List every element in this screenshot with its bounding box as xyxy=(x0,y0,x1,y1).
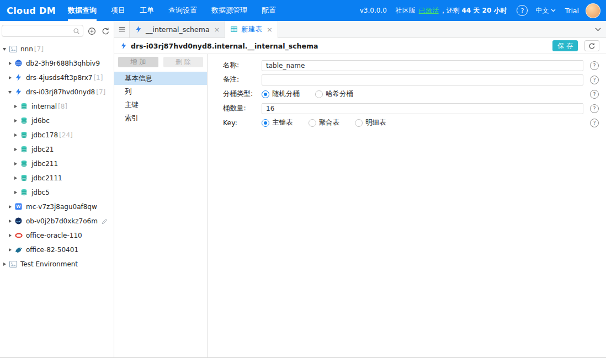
edit-pencil-icon[interactable] xyxy=(101,218,108,225)
add-datasource-icon[interactable] xyxy=(86,25,97,36)
bucket-type-label: 分桶类型: xyxy=(223,89,262,99)
field-help-icon[interactable]: ? xyxy=(590,76,599,84)
field-help-icon[interactable]: ? xyxy=(590,90,599,99)
field-help-icon[interactable]: ? xyxy=(590,104,599,113)
help-icon[interactable]: ? xyxy=(517,5,528,16)
expand-arrow-icon[interactable] xyxy=(12,128,19,142)
language-selector[interactable]: 中文 xyxy=(535,6,556,15)
tree-item-count: [24] xyxy=(59,131,73,139)
svg-text:W: W xyxy=(16,204,21,209)
menu-item-基本信息[interactable]: 基本信息 xyxy=(114,72,207,85)
radio-unchecked-icon[interactable] xyxy=(355,119,363,127)
expand-arrow-icon[interactable] xyxy=(7,243,13,257)
save-button[interactable]: 保 存 xyxy=(552,40,578,51)
delete-button[interactable]: 删 除 xyxy=(163,57,204,67)
tree-item-mc-v7z3j8agu0af8qw[interactable]: Wmc-v7z3j8agu0af8qw xyxy=(0,200,114,214)
radio-checked-icon[interactable] xyxy=(262,90,269,98)
tree-item-label: nnn xyxy=(20,45,33,53)
expand-arrow-icon[interactable] xyxy=(7,71,13,85)
tree-item-drs-4jusds4ft3p8rx7[interactable]: drs-4jusds4ft3p8rx7[1] xyxy=(0,71,114,85)
tree-item-jdbc5[interactable]: jdbc5 xyxy=(0,185,114,200)
collapse-arrow-icon[interactable] xyxy=(1,42,8,56)
menu-item-主键[interactable]: 主键 xyxy=(114,98,207,111)
key-type-option-明细表[interactable]: 明细表 xyxy=(355,118,386,127)
tree-item-nnn[interactable]: nnn[7] xyxy=(0,42,114,56)
nav-item-数据查询[interactable]: 数据查询 xyxy=(68,0,97,21)
tab-新建表[interactable]: 新建表× xyxy=(225,21,278,38)
comment-input[interactable] xyxy=(262,74,583,85)
tree-item-office-82-50401[interactable]: office-82-50401 xyxy=(0,243,114,257)
table-editor-sidebar: 增 加 删 除 基本信息列主键索引 xyxy=(114,54,208,357)
expand-arrow-icon[interactable] xyxy=(1,257,8,271)
expand-arrow-icon[interactable] xyxy=(7,228,13,243)
refresh-button[interactable] xyxy=(584,40,599,51)
tree-item-count: [8] xyxy=(58,103,67,110)
expand-arrow-icon[interactable] xyxy=(7,214,13,228)
field-help-icon[interactable]: ? xyxy=(590,119,599,127)
tab-close-icon[interactable]: × xyxy=(214,26,220,33)
nav-item-项目[interactable]: 项目 xyxy=(111,0,125,21)
nav-item-配置[interactable]: 配置 xyxy=(262,0,276,21)
expand-arrow-icon[interactable] xyxy=(12,114,19,128)
bucket-type-option-哈希分桶[interactable]: 哈希分桶 xyxy=(315,89,353,99)
refresh-tree-icon[interactable] xyxy=(100,25,111,36)
tab-list-icon[interactable] xyxy=(114,21,130,38)
database-icon xyxy=(20,116,29,125)
table-form: 名称:?备注:?分桶类型:随机分桶哈希分桶?桶数量:?Key:主键表聚合表明细表… xyxy=(208,54,606,357)
key-type-option-主键表[interactable]: 主键表 xyxy=(262,118,293,127)
tree-item-drs-i03rj87hvd0nyd8[interactable]: drs-i03rj87hvd0nyd8[7] xyxy=(0,85,114,99)
search-box xyxy=(2,25,83,37)
tree-item-ob-v0j2b7d0xkz7o6m[interactable]: ob-v0j2b7d0xkz7o6m xyxy=(0,214,114,228)
sub-toolbar: 增 加 删 除 xyxy=(114,57,207,67)
radio-unchecked-icon[interactable] xyxy=(309,119,316,127)
expand-arrow-icon[interactable] xyxy=(12,142,19,157)
key-type-option-聚合表[interactable]: 聚合表 xyxy=(309,118,340,127)
expand-arrow-icon[interactable] xyxy=(7,200,13,214)
expand-arrow-icon[interactable] xyxy=(7,56,13,71)
tree-item-jd6bc[interactable]: jd6bc xyxy=(0,114,114,128)
menu-item-列[interactable]: 列 xyxy=(114,85,207,98)
expand-arrow-icon[interactable] xyxy=(12,185,19,200)
collapse-arrow-icon[interactable] xyxy=(7,85,13,99)
editor-title: drs-i03rj87hvd0nyd8.internal.__internal_… xyxy=(131,42,318,50)
tree-item-db2-3h9r688h3qhbiv9[interactable]: db2-3h9r688h3qhbiv9 xyxy=(0,56,114,71)
tabs-dropdown-icon[interactable] xyxy=(589,21,606,38)
tree-item-jdbc211[interactable]: jdbc211 xyxy=(0,157,114,171)
tab-__internal_schema[interactable]: __internal_schema× xyxy=(130,21,225,38)
tree-item-jdbc178[interactable]: jdbc178[24] xyxy=(0,128,114,142)
radio-unchecked-icon[interactable] xyxy=(315,90,323,98)
field-help-icon[interactable]: ? xyxy=(590,61,599,70)
tab-close-icon[interactable]: × xyxy=(267,26,273,33)
radio-option-label: 明细表 xyxy=(365,118,386,127)
nav-item-工单[interactable]: 工单 xyxy=(140,0,154,21)
tree-item-label: jd6bc xyxy=(31,117,50,125)
expand-arrow-icon[interactable] xyxy=(12,171,19,185)
tree-item-office-oracle-110[interactable]: office-oracle-110 xyxy=(0,228,114,243)
radio-checked-icon[interactable] xyxy=(262,119,269,127)
table-name-input[interactable] xyxy=(262,60,583,71)
tree-item-jdbc21[interactable]: jdbc21 xyxy=(0,142,114,157)
tree-item-Test Environment[interactable]: Test Environment xyxy=(0,257,114,271)
nav-item-数据源管理[interactable]: 数据源管理 xyxy=(211,0,247,21)
db2-icon xyxy=(14,59,23,68)
datasource-tree: nnn[7]db2-3h9r688h3qhbiv9drs-4jusds4ft3p… xyxy=(0,40,114,357)
menu-item-索引[interactable]: 索引 xyxy=(114,111,207,125)
bucket-count-input[interactable] xyxy=(262,103,583,114)
tree-item-label: ob-v0j2b7d0xkz7o6m xyxy=(26,217,98,225)
tree-item-jdbc2111[interactable]: jdbc2111 xyxy=(0,171,114,185)
bucket-type-control: 随机分桶哈希分桶 xyxy=(262,89,583,99)
tree-item-internal[interactable]: internal[8] xyxy=(0,99,114,114)
add-button[interactable]: 增 加 xyxy=(118,57,158,67)
expand-arrow-icon[interactable] xyxy=(12,99,19,114)
bucket-type-option-随机分桶[interactable]: 随机分桶 xyxy=(262,89,300,99)
sidebar-toolbar xyxy=(0,21,114,40)
expand-arrow-icon[interactable] xyxy=(12,157,19,171)
app-body: nnn[7]db2-3h9r688h3qhbiv9drs-4jusds4ft3p… xyxy=(0,21,606,358)
table-name-control xyxy=(262,60,583,71)
nav-item-查询设置[interactable]: 查询设置 xyxy=(168,0,197,21)
search-input[interactable] xyxy=(6,26,73,35)
avatar[interactable] xyxy=(586,3,600,18)
app-logo: Cloud DM xyxy=(0,0,65,21)
activated-link[interactable]: 已激活 xyxy=(419,7,439,14)
database-icon xyxy=(20,102,29,111)
